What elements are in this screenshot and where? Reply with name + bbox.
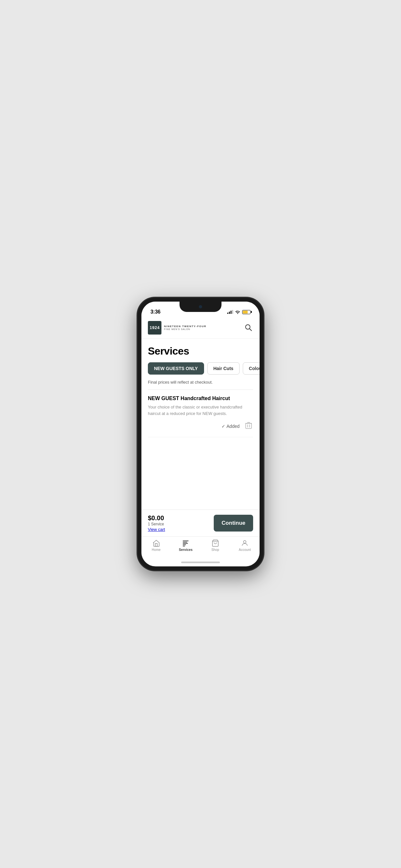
phone-wrapper: 3:36 — [137, 298, 264, 570]
price-notice: Final prices will reflect at checkout. — [142, 375, 259, 390]
status-bar: 3:36 — [142, 302, 259, 318]
status-time: 3:36 — [150, 309, 160, 315]
nav-item-home[interactable]: Home — [142, 539, 171, 552]
nav-item-shop[interactable]: Shop — [201, 539, 230, 552]
service-actions: ✓ Added — [148, 421, 253, 431]
check-icon: ✓ — [221, 424, 225, 429]
phone-screen: 3:36 — [142, 302, 259, 566]
continue-button[interactable]: Continue — [214, 515, 253, 531]
svg-rect-8 — [183, 542, 187, 542]
services-icon — [182, 539, 189, 547]
svg-point-13 — [243, 540, 246, 543]
cart-service-count: 1 Service — [148, 522, 165, 526]
logo-text: NINETEEN TWENTY-FOUR FINE MEN'S SALON — [164, 325, 206, 331]
added-text: Added — [227, 424, 240, 429]
app-content: 1924 NINETEEN TWENTY-FOUR FINE MEN'S SAL… — [142, 318, 259, 566]
delete-service-button[interactable] — [244, 421, 253, 431]
service-list: NEW GUEST Handcrafted Haircut Your choic… — [142, 390, 259, 509]
search-button[interactable] — [243, 322, 253, 333]
svg-rect-9 — [183, 543, 188, 544]
view-cart-button[interactable]: View cart — [148, 527, 165, 532]
logo-box: 1924 — [148, 321, 161, 335]
page-title-section: Services — [142, 339, 259, 362]
service-name: NEW GUEST Handcrafted Haircut — [148, 396, 253, 401]
notch-camera — [199, 305, 202, 308]
nav-item-services[interactable]: Services — [171, 539, 201, 552]
nav-label-home: Home — [152, 548, 160, 552]
signal-icon — [227, 310, 233, 314]
service-item: NEW GUEST Handcrafted Haircut Your choic… — [148, 390, 253, 437]
phone-shell: 3:36 — [137, 298, 264, 570]
status-icons — [227, 310, 251, 314]
svg-rect-10 — [183, 545, 186, 545]
page-title: Services — [148, 345, 253, 357]
account-icon — [241, 539, 249, 547]
cart-price: $0.00 — [148, 515, 165, 522]
svg-rect-7 — [183, 540, 189, 541]
logo: 1924 NINETEEN TWENTY-FOUR FINE MEN'S SAL… — [148, 321, 206, 335]
nav-item-account[interactable]: Account — [230, 539, 260, 552]
logo-year: 1924 — [150, 325, 160, 330]
svg-line-1 — [250, 329, 251, 331]
battery-icon — [242, 310, 251, 314]
logo-main-text: NINETEEN TWENTY-FOUR — [164, 325, 206, 328]
home-indicator — [142, 558, 259, 566]
nav-label-account: Account — [239, 548, 251, 552]
price-notice-text: Final prices will reflect at checkout. — [148, 380, 213, 384]
svg-rect-2 — [246, 423, 251, 429]
tab-hair-cuts[interactable]: Hair Cuts — [207, 362, 240, 375]
service-description: Your choice of the classic or executive … — [148, 404, 253, 416]
cart-footer: $0.00 1 Service View cart Continue — [142, 509, 259, 536]
cart-info: $0.00 1 Service View cart — [148, 515, 165, 532]
nav-label-services: Services — [179, 548, 193, 552]
app-header: 1924 NINETEEN TWENTY-FOUR FINE MEN'S SAL… — [142, 318, 259, 339]
home-icon — [152, 539, 160, 547]
battery-fill — [243, 311, 248, 314]
svg-rect-11 — [183, 546, 185, 547]
tab-colouring[interactable]: Colouring — [243, 362, 259, 375]
svg-rect-6 — [155, 544, 157, 547]
logo-sub-text: FINE MEN'S SALON — [164, 328, 206, 331]
added-label: ✓ Added — [221, 424, 240, 429]
trash-icon — [245, 422, 252, 429]
shop-icon — [212, 539, 219, 547]
notch — [180, 302, 221, 312]
search-icon — [245, 324, 252, 331]
wifi-icon — [235, 310, 240, 314]
filter-tabs: NEW GUESTS ONLY Hair Cuts Colouring — [142, 362, 259, 375]
home-bar — [181, 562, 220, 563]
nav-label-shop: Shop — [212, 548, 219, 552]
tab-new-guests-only[interactable]: NEW GUESTS ONLY — [148, 362, 204, 375]
bottom-nav: Home Services — [142, 536, 259, 558]
